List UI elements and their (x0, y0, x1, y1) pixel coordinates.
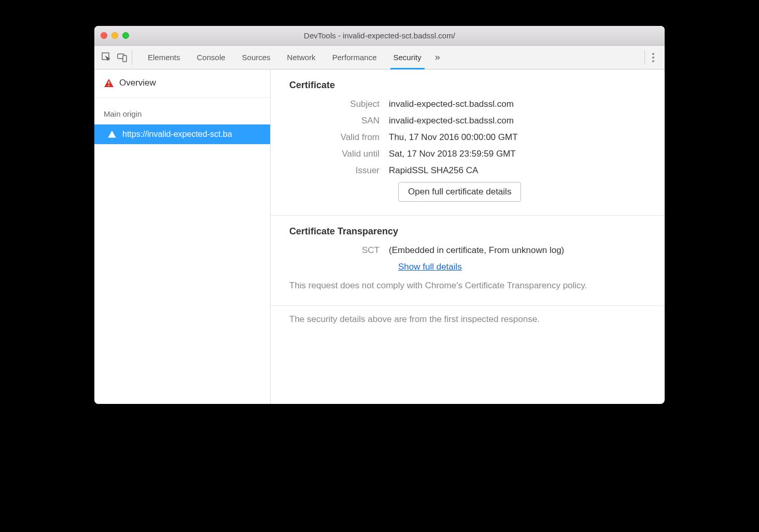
tab-sources[interactable]: Sources (234, 46, 279, 69)
main-content: Certificate Subject invalid-expected-sct… (271, 69, 665, 404)
row-san: SAN invalid-expected-sct.badssl.com (289, 116, 646, 126)
warning-triangle-icon (104, 78, 114, 88)
tab-console[interactable]: Console (189, 46, 234, 69)
maximize-window-button[interactable] (122, 32, 129, 39)
more-tabs-icon[interactable]: » (430, 52, 445, 63)
footer-note: The security details above are from the … (271, 306, 665, 335)
titlebar: DevTools - invalid-expected-sct.badssl.c… (94, 26, 665, 46)
inspect-element-icon[interactable] (102, 52, 112, 63)
tabbar: Elements Console Sources Network Perform… (94, 46, 665, 69)
row-valid-until: Valid until Sat, 17 Nov 2018 23:59:59 GM… (289, 149, 646, 159)
open-cert-details-button[interactable]: Open full certificate details (398, 182, 521, 202)
origin-item[interactable]: https://invalid-expected-sct.ba (94, 124, 270, 144)
label-valid-until: Valid until (289, 149, 389, 159)
sidebar-overview[interactable]: Overview (94, 69, 270, 98)
ct-section: Certificate Transparency SCT (Embedded i… (271, 216, 665, 306)
ct-title: Certificate Transparency (289, 226, 646, 237)
row-subject: Subject invalid-expected-sct.badssl.com (289, 99, 646, 109)
value-valid-until: Sat, 17 Nov 2018 23:59:59 GMT (389, 149, 516, 159)
certificate-title: Certificate (289, 80, 646, 91)
label-issuer: Issuer (289, 165, 389, 176)
value-san: invalid-expected-sct.badssl.com (389, 116, 514, 126)
insecure-triangle-icon (108, 130, 116, 138)
tabbar-tools (100, 50, 132, 65)
toggle-device-icon[interactable] (117, 52, 128, 63)
certificate-section: Certificate Subject invalid-expected-sct… (271, 69, 665, 216)
row-valid-from: Valid from Thu, 17 Nov 2016 00:00:00 GMT (289, 132, 646, 143)
svg-rect-3 (108, 81, 109, 84)
main-origin-header: Main origin (94, 98, 270, 124)
ct-link-row: Show full details (398, 262, 646, 272)
tab-network[interactable]: Network (279, 46, 324, 69)
close-window-button[interactable] (101, 32, 107, 39)
tabbar-right (644, 50, 659, 65)
tab-elements[interactable]: Elements (139, 46, 189, 69)
value-sct: (Embedded in certificate, From unknown l… (389, 245, 564, 256)
row-sct: SCT (Embedded in certificate, From unkno… (289, 245, 646, 256)
row-issuer: Issuer RapidSSL SHA256 CA (289, 165, 646, 176)
svg-rect-4 (108, 85, 109, 86)
svg-rect-2 (123, 55, 126, 62)
ct-note: This request does not comply with Chrome… (289, 279, 646, 292)
label-sct: SCT (289, 245, 389, 256)
panel-body: Overview Main origin https://invalid-exp… (94, 69, 665, 404)
tab-performance[interactable]: Performance (324, 46, 385, 69)
window-title: DevTools - invalid-expected-sct.badssl.c… (94, 31, 665, 40)
tab-security[interactable]: Security (385, 46, 430, 69)
origin-url: https://invalid-expected-sct.ba (122, 130, 232, 139)
label-valid-from: Valid from (289, 132, 389, 143)
sidebar: Overview Main origin https://invalid-exp… (94, 69, 271, 404)
overview-label: Overview (119, 78, 156, 88)
cert-button-row: Open full certificate details (398, 182, 646, 202)
traffic-lights (101, 32, 129, 39)
minimize-window-button[interactable] (111, 32, 118, 39)
label-subject: Subject (289, 99, 389, 109)
show-full-details-link[interactable]: Show full details (398, 262, 462, 272)
value-issuer: RapidSSL SHA256 CA (389, 165, 478, 176)
menu-icon[interactable] (650, 51, 656, 64)
label-san: SAN (289, 116, 389, 126)
tabbar-tabs: Elements Console Sources Network Perform… (139, 46, 642, 69)
value-subject: invalid-expected-sct.badssl.com (389, 99, 514, 109)
value-valid-from: Thu, 17 Nov 2016 00:00:00 GMT (389, 132, 518, 143)
devtools-window: DevTools - invalid-expected-sct.badssl.c… (94, 26, 665, 404)
